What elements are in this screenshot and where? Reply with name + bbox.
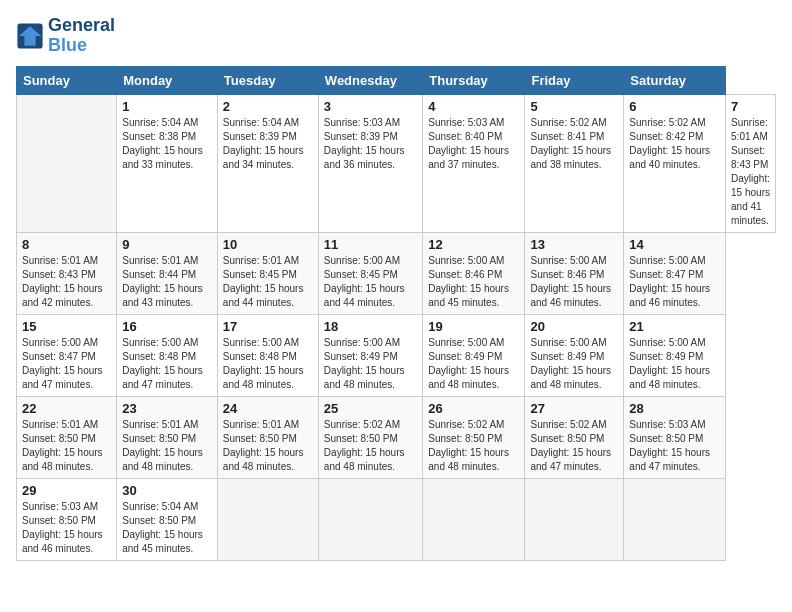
day-number: 13 bbox=[530, 237, 618, 252]
weekday-header-sunday: Sunday bbox=[17, 66, 117, 94]
day-number: 14 bbox=[629, 237, 720, 252]
calendar-day: 3Sunrise: 5:03 AMSunset: 8:39 PMDaylight… bbox=[318, 94, 422, 232]
calendar-day bbox=[525, 478, 624, 560]
calendar-day: 23Sunrise: 5:01 AMSunset: 8:50 PMDayligh… bbox=[117, 396, 218, 478]
weekday-header-saturday: Saturday bbox=[624, 66, 726, 94]
logo-icon bbox=[16, 22, 44, 50]
day-number: 21 bbox=[629, 319, 720, 334]
weekday-header-wednesday: Wednesday bbox=[318, 66, 422, 94]
day-number: 23 bbox=[122, 401, 212, 416]
calendar-day: 17Sunrise: 5:00 AMSunset: 8:48 PMDayligh… bbox=[217, 314, 318, 396]
calendar-day: 14Sunrise: 5:00 AMSunset: 8:47 PMDayligh… bbox=[624, 232, 726, 314]
day-info: Sunrise: 5:04 AMSunset: 8:38 PMDaylight:… bbox=[122, 116, 212, 172]
day-number: 9 bbox=[122, 237, 212, 252]
calendar-day: 21Sunrise: 5:00 AMSunset: 8:49 PMDayligh… bbox=[624, 314, 726, 396]
day-number: 16 bbox=[122, 319, 212, 334]
day-number: 27 bbox=[530, 401, 618, 416]
day-info: Sunrise: 5:01 AMSunset: 8:43 PMDaylight:… bbox=[22, 254, 111, 310]
day-info: Sunrise: 5:01 AMSunset: 8:45 PMDaylight:… bbox=[223, 254, 313, 310]
day-info: Sunrise: 5:00 AMSunset: 8:47 PMDaylight:… bbox=[629, 254, 720, 310]
empty-cell bbox=[17, 94, 117, 232]
day-info: Sunrise: 5:00 AMSunset: 8:46 PMDaylight:… bbox=[428, 254, 519, 310]
day-number: 12 bbox=[428, 237, 519, 252]
calendar-day: 15Sunrise: 5:00 AMSunset: 8:47 PMDayligh… bbox=[17, 314, 117, 396]
day-info: Sunrise: 5:01 AMSunset: 8:50 PMDaylight:… bbox=[223, 418, 313, 474]
calendar-day: 19Sunrise: 5:00 AMSunset: 8:49 PMDayligh… bbox=[423, 314, 525, 396]
day-number: 15 bbox=[22, 319, 111, 334]
day-number: 30 bbox=[122, 483, 212, 498]
calendar-day bbox=[217, 478, 318, 560]
calendar-day: 11Sunrise: 5:00 AMSunset: 8:45 PMDayligh… bbox=[318, 232, 422, 314]
day-number: 1 bbox=[122, 99, 212, 114]
day-info: Sunrise: 5:01 AMSunset: 8:50 PMDaylight:… bbox=[22, 418, 111, 474]
day-number: 22 bbox=[22, 401, 111, 416]
day-number: 4 bbox=[428, 99, 519, 114]
day-info: Sunrise: 5:04 AMSunset: 8:39 PMDaylight:… bbox=[223, 116, 313, 172]
day-number: 17 bbox=[223, 319, 313, 334]
day-info: Sunrise: 5:01 AMSunset: 8:43 PMDaylight:… bbox=[731, 116, 770, 228]
calendar-day: 27Sunrise: 5:02 AMSunset: 8:50 PMDayligh… bbox=[525, 396, 624, 478]
day-number: 2 bbox=[223, 99, 313, 114]
calendar-table: SundayMondayTuesdayWednesdayThursdayFrid… bbox=[16, 66, 776, 561]
calendar-day: 18Sunrise: 5:00 AMSunset: 8:49 PMDayligh… bbox=[318, 314, 422, 396]
day-info: Sunrise: 5:00 AMSunset: 8:49 PMDaylight:… bbox=[324, 336, 417, 392]
day-info: Sunrise: 5:00 AMSunset: 8:48 PMDaylight:… bbox=[223, 336, 313, 392]
day-info: Sunrise: 5:03 AMSunset: 8:50 PMDaylight:… bbox=[629, 418, 720, 474]
day-info: Sunrise: 5:03 AMSunset: 8:50 PMDaylight:… bbox=[22, 500, 111, 556]
day-info: Sunrise: 5:04 AMSunset: 8:50 PMDaylight:… bbox=[122, 500, 212, 556]
calendar-day: 8Sunrise: 5:01 AMSunset: 8:43 PMDaylight… bbox=[17, 232, 117, 314]
day-number: 3 bbox=[324, 99, 417, 114]
weekday-header-friday: Friday bbox=[525, 66, 624, 94]
day-number: 29 bbox=[22, 483, 111, 498]
calendar-day: 1Sunrise: 5:04 AMSunset: 8:38 PMDaylight… bbox=[117, 94, 218, 232]
calendar-day: 7Sunrise: 5:01 AMSunset: 8:43 PMDaylight… bbox=[726, 94, 776, 232]
calendar-day: 29Sunrise: 5:03 AMSunset: 8:50 PMDayligh… bbox=[17, 478, 117, 560]
calendar-day: 13Sunrise: 5:00 AMSunset: 8:46 PMDayligh… bbox=[525, 232, 624, 314]
weekday-header-tuesday: Tuesday bbox=[217, 66, 318, 94]
day-number: 26 bbox=[428, 401, 519, 416]
calendar-day: 20Sunrise: 5:00 AMSunset: 8:49 PMDayligh… bbox=[525, 314, 624, 396]
day-info: Sunrise: 5:02 AMSunset: 8:50 PMDaylight:… bbox=[324, 418, 417, 474]
calendar-day bbox=[423, 478, 525, 560]
day-number: 8 bbox=[22, 237, 111, 252]
day-number: 6 bbox=[629, 99, 720, 114]
day-info: Sunrise: 5:03 AMSunset: 8:39 PMDaylight:… bbox=[324, 116, 417, 172]
day-info: Sunrise: 5:03 AMSunset: 8:40 PMDaylight:… bbox=[428, 116, 519, 172]
day-number: 24 bbox=[223, 401, 313, 416]
page-header: General Blue bbox=[16, 16, 776, 56]
day-info: Sunrise: 5:00 AMSunset: 8:47 PMDaylight:… bbox=[22, 336, 111, 392]
calendar-day: 28Sunrise: 5:03 AMSunset: 8:50 PMDayligh… bbox=[624, 396, 726, 478]
logo-text: General Blue bbox=[48, 16, 115, 56]
logo: General Blue bbox=[16, 16, 115, 56]
day-info: Sunrise: 5:00 AMSunset: 8:49 PMDaylight:… bbox=[629, 336, 720, 392]
calendar-day: 26Sunrise: 5:02 AMSunset: 8:50 PMDayligh… bbox=[423, 396, 525, 478]
weekday-header-monday: Monday bbox=[117, 66, 218, 94]
calendar-day: 16Sunrise: 5:00 AMSunset: 8:48 PMDayligh… bbox=[117, 314, 218, 396]
day-info: Sunrise: 5:02 AMSunset: 8:42 PMDaylight:… bbox=[629, 116, 720, 172]
day-info: Sunrise: 5:01 AMSunset: 8:44 PMDaylight:… bbox=[122, 254, 212, 310]
day-info: Sunrise: 5:00 AMSunset: 8:45 PMDaylight:… bbox=[324, 254, 417, 310]
day-info: Sunrise: 5:01 AMSunset: 8:50 PMDaylight:… bbox=[122, 418, 212, 474]
calendar-day: 9Sunrise: 5:01 AMSunset: 8:44 PMDaylight… bbox=[117, 232, 218, 314]
day-number: 5 bbox=[530, 99, 618, 114]
day-number: 18 bbox=[324, 319, 417, 334]
calendar-day: 25Sunrise: 5:02 AMSunset: 8:50 PMDayligh… bbox=[318, 396, 422, 478]
calendar-day: 12Sunrise: 5:00 AMSunset: 8:46 PMDayligh… bbox=[423, 232, 525, 314]
day-number: 28 bbox=[629, 401, 720, 416]
calendar-day: 22Sunrise: 5:01 AMSunset: 8:50 PMDayligh… bbox=[17, 396, 117, 478]
calendar-day: 30Sunrise: 5:04 AMSunset: 8:50 PMDayligh… bbox=[117, 478, 218, 560]
day-info: Sunrise: 5:00 AMSunset: 8:49 PMDaylight:… bbox=[428, 336, 519, 392]
day-number: 19 bbox=[428, 319, 519, 334]
calendar-day bbox=[624, 478, 726, 560]
day-info: Sunrise: 5:00 AMSunset: 8:49 PMDaylight:… bbox=[530, 336, 618, 392]
day-info: Sunrise: 5:00 AMSunset: 8:48 PMDaylight:… bbox=[122, 336, 212, 392]
day-number: 20 bbox=[530, 319, 618, 334]
day-number: 7 bbox=[731, 99, 770, 114]
calendar-day: 4Sunrise: 5:03 AMSunset: 8:40 PMDaylight… bbox=[423, 94, 525, 232]
day-info: Sunrise: 5:02 AMSunset: 8:50 PMDaylight:… bbox=[530, 418, 618, 474]
weekday-header-thursday: Thursday bbox=[423, 66, 525, 94]
calendar-day: 2Sunrise: 5:04 AMSunset: 8:39 PMDaylight… bbox=[217, 94, 318, 232]
calendar-day: 6Sunrise: 5:02 AMSunset: 8:42 PMDaylight… bbox=[624, 94, 726, 232]
calendar-day: 5Sunrise: 5:02 AMSunset: 8:41 PMDaylight… bbox=[525, 94, 624, 232]
day-number: 10 bbox=[223, 237, 313, 252]
